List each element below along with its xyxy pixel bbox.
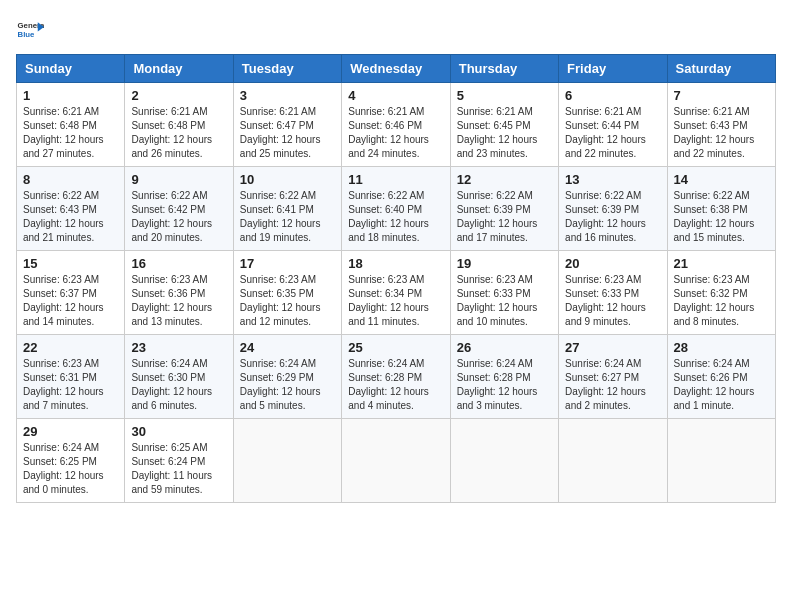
daylight-label: Daylight: 12 hours and 7 minutes. (23, 386, 104, 411)
calendar-cell: 6 Sunrise: 6:21 AM Sunset: 6:44 PM Dayli… (559, 83, 667, 167)
day-number: 12 (457, 172, 552, 187)
day-number: 9 (131, 172, 226, 187)
day-number: 20 (565, 256, 660, 271)
sunrise-label: Sunrise: 6:24 AM (457, 358, 533, 369)
sunrise-label: Sunrise: 6:21 AM (457, 106, 533, 117)
day-info: Sunrise: 6:23 AM Sunset: 6:32 PM Dayligh… (674, 273, 769, 329)
day-info: Sunrise: 6:23 AM Sunset: 6:35 PM Dayligh… (240, 273, 335, 329)
calendar-cell (233, 419, 341, 503)
day-number: 3 (240, 88, 335, 103)
day-number: 22 (23, 340, 118, 355)
day-number: 16 (131, 256, 226, 271)
day-info: Sunrise: 6:22 AM Sunset: 6:41 PM Dayligh… (240, 189, 335, 245)
sunrise-label: Sunrise: 6:22 AM (240, 190, 316, 201)
sunrise-label: Sunrise: 6:22 AM (348, 190, 424, 201)
sunset-label: Sunset: 6:31 PM (23, 372, 97, 383)
day-info: Sunrise: 6:21 AM Sunset: 6:43 PM Dayligh… (674, 105, 769, 161)
sunset-label: Sunset: 6:35 PM (240, 288, 314, 299)
day-info: Sunrise: 6:24 AM Sunset: 6:26 PM Dayligh… (674, 357, 769, 413)
day-info: Sunrise: 6:23 AM Sunset: 6:36 PM Dayligh… (131, 273, 226, 329)
day-info: Sunrise: 6:22 AM Sunset: 6:38 PM Dayligh… (674, 189, 769, 245)
sunset-label: Sunset: 6:30 PM (131, 372, 205, 383)
daylight-label: Daylight: 12 hours and 23 minutes. (457, 134, 538, 159)
daylight-label: Daylight: 12 hours and 20 minutes. (131, 218, 212, 243)
day-info: Sunrise: 6:21 AM Sunset: 6:48 PM Dayligh… (23, 105, 118, 161)
days-of-week-row: SundayMondayTuesdayWednesdayThursdayFrid… (17, 55, 776, 83)
day-info: Sunrise: 6:24 AM Sunset: 6:30 PM Dayligh… (131, 357, 226, 413)
daylight-label: Daylight: 12 hours and 4 minutes. (348, 386, 429, 411)
day-number: 28 (674, 340, 769, 355)
calendar-cell: 4 Sunrise: 6:21 AM Sunset: 6:46 PM Dayli… (342, 83, 450, 167)
sunset-label: Sunset: 6:44 PM (565, 120, 639, 131)
daylight-label: Daylight: 12 hours and 18 minutes. (348, 218, 429, 243)
day-number: 17 (240, 256, 335, 271)
sunset-label: Sunset: 6:42 PM (131, 204, 205, 215)
sunrise-label: Sunrise: 6:24 AM (23, 442, 99, 453)
sunrise-label: Sunrise: 6:24 AM (565, 358, 641, 369)
calendar-body: 1 Sunrise: 6:21 AM Sunset: 6:48 PM Dayli… (17, 83, 776, 503)
daylight-label: Daylight: 12 hours and 1 minute. (674, 386, 755, 411)
calendar-cell: 18 Sunrise: 6:23 AM Sunset: 6:34 PM Dayl… (342, 251, 450, 335)
calendar-cell: 17 Sunrise: 6:23 AM Sunset: 6:35 PM Dayl… (233, 251, 341, 335)
day-info: Sunrise: 6:21 AM Sunset: 6:44 PM Dayligh… (565, 105, 660, 161)
daylight-label: Daylight: 12 hours and 11 minutes. (348, 302, 429, 327)
day-number: 13 (565, 172, 660, 187)
sunset-label: Sunset: 6:28 PM (348, 372, 422, 383)
calendar-week-3: 15 Sunrise: 6:23 AM Sunset: 6:37 PM Dayl… (17, 251, 776, 335)
daylight-label: Daylight: 12 hours and 17 minutes. (457, 218, 538, 243)
day-info: Sunrise: 6:21 AM Sunset: 6:47 PM Dayligh… (240, 105, 335, 161)
day-of-week-monday: Monday (125, 55, 233, 83)
daylight-label: Daylight: 12 hours and 10 minutes. (457, 302, 538, 327)
sunset-label: Sunset: 6:36 PM (131, 288, 205, 299)
day-of-week-wednesday: Wednesday (342, 55, 450, 83)
calendar-cell: 11 Sunrise: 6:22 AM Sunset: 6:40 PM Dayl… (342, 167, 450, 251)
page-header: General Blue (16, 16, 776, 44)
sunrise-label: Sunrise: 6:22 AM (674, 190, 750, 201)
daylight-label: Daylight: 12 hours and 15 minutes. (674, 218, 755, 243)
calendar-cell: 19 Sunrise: 6:23 AM Sunset: 6:33 PM Dayl… (450, 251, 558, 335)
daylight-label: Daylight: 12 hours and 0 minutes. (23, 470, 104, 495)
day-info: Sunrise: 6:23 AM Sunset: 6:33 PM Dayligh… (457, 273, 552, 329)
sunset-label: Sunset: 6:24 PM (131, 456, 205, 467)
day-number: 24 (240, 340, 335, 355)
day-number: 18 (348, 256, 443, 271)
calendar-cell: 20 Sunrise: 6:23 AM Sunset: 6:33 PM Dayl… (559, 251, 667, 335)
sunset-label: Sunset: 6:33 PM (565, 288, 639, 299)
day-info: Sunrise: 6:24 AM Sunset: 6:29 PM Dayligh… (240, 357, 335, 413)
day-number: 25 (348, 340, 443, 355)
calendar-cell: 12 Sunrise: 6:22 AM Sunset: 6:39 PM Dayl… (450, 167, 558, 251)
calendar-cell: 25 Sunrise: 6:24 AM Sunset: 6:28 PM Dayl… (342, 335, 450, 419)
daylight-label: Daylight: 12 hours and 12 minutes. (240, 302, 321, 327)
calendar-cell: 2 Sunrise: 6:21 AM Sunset: 6:48 PM Dayli… (125, 83, 233, 167)
logo-icon: General Blue (16, 16, 44, 44)
day-of-week-friday: Friday (559, 55, 667, 83)
sunset-label: Sunset: 6:43 PM (674, 120, 748, 131)
day-number: 29 (23, 424, 118, 439)
day-number: 15 (23, 256, 118, 271)
day-info: Sunrise: 6:25 AM Sunset: 6:24 PM Dayligh… (131, 441, 226, 497)
calendar-cell: 24 Sunrise: 6:24 AM Sunset: 6:29 PM Dayl… (233, 335, 341, 419)
calendar-cell: 14 Sunrise: 6:22 AM Sunset: 6:38 PM Dayl… (667, 167, 775, 251)
sunset-label: Sunset: 6:46 PM (348, 120, 422, 131)
day-info: Sunrise: 6:24 AM Sunset: 6:25 PM Dayligh… (23, 441, 118, 497)
day-number: 19 (457, 256, 552, 271)
day-number: 23 (131, 340, 226, 355)
sunrise-label: Sunrise: 6:22 AM (23, 190, 99, 201)
calendar-cell: 1 Sunrise: 6:21 AM Sunset: 6:48 PM Dayli… (17, 83, 125, 167)
day-info: Sunrise: 6:22 AM Sunset: 6:39 PM Dayligh… (565, 189, 660, 245)
calendar-cell: 16 Sunrise: 6:23 AM Sunset: 6:36 PM Dayl… (125, 251, 233, 335)
sunrise-label: Sunrise: 6:23 AM (565, 274, 641, 285)
calendar-cell: 26 Sunrise: 6:24 AM Sunset: 6:28 PM Dayl… (450, 335, 558, 419)
calendar-cell: 9 Sunrise: 6:22 AM Sunset: 6:42 PM Dayli… (125, 167, 233, 251)
sunrise-label: Sunrise: 6:23 AM (23, 358, 99, 369)
day-number: 30 (131, 424, 226, 439)
daylight-label: Daylight: 12 hours and 16 minutes. (565, 218, 646, 243)
day-info: Sunrise: 6:24 AM Sunset: 6:28 PM Dayligh… (457, 357, 552, 413)
day-info: Sunrise: 6:23 AM Sunset: 6:33 PM Dayligh… (565, 273, 660, 329)
daylight-label: Daylight: 12 hours and 25 minutes. (240, 134, 321, 159)
daylight-label: Daylight: 12 hours and 3 minutes. (457, 386, 538, 411)
day-info: Sunrise: 6:22 AM Sunset: 6:43 PM Dayligh… (23, 189, 118, 245)
day-number: 14 (674, 172, 769, 187)
sunset-label: Sunset: 6:47 PM (240, 120, 314, 131)
calendar-cell (342, 419, 450, 503)
